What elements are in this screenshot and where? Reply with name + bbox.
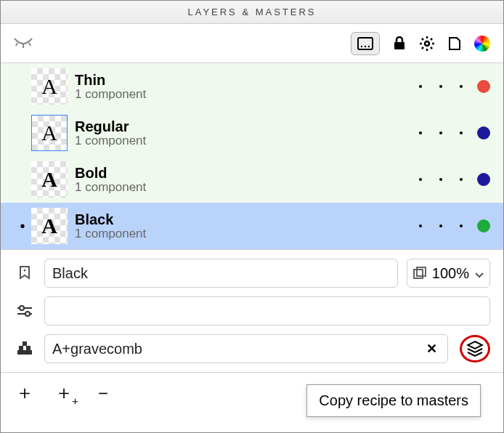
tooltip: Copy recipe to masters xyxy=(306,384,481,417)
page-icon[interactable] xyxy=(448,36,461,51)
status-dots xyxy=(419,224,463,227)
glyph-preview: A xyxy=(31,208,68,244)
scale-select[interactable]: 100% xyxy=(407,259,490,288)
svg-point-6 xyxy=(368,45,370,46)
remove-button[interactable]: － xyxy=(94,380,113,405)
svg-rect-25 xyxy=(19,346,23,350)
svg-rect-7 xyxy=(394,42,405,49)
scale-icon xyxy=(413,267,426,280)
svg-point-4 xyxy=(361,45,362,46)
lock-icon[interactable] xyxy=(393,36,406,51)
copy-recipe-button[interactable] xyxy=(460,335,490,363)
svg-line-2 xyxy=(29,43,31,46)
layer-info: Regular1 component xyxy=(75,118,419,148)
visibility-icon[interactable] xyxy=(14,38,33,49)
glyph-preview: A xyxy=(31,161,68,198)
layer-info: Black1 component xyxy=(75,211,419,241)
status-dots xyxy=(419,131,463,134)
tag-icon xyxy=(14,265,36,281)
svg-point-23 xyxy=(25,312,30,316)
layer-row[interactable]: ARegular1 component xyxy=(1,110,503,156)
layer-color-dot[interactable] xyxy=(477,173,490,186)
svg-line-16 xyxy=(431,38,432,39)
add-multiple-button[interactable]: ＋＋ xyxy=(54,380,73,405)
layer-subtitle: 1 component xyxy=(75,134,419,148)
layer-list: AThin1 componentARegular1 componentABold… xyxy=(1,63,503,249)
layer-name: Thin xyxy=(75,72,419,88)
clear-icon[interactable]: ✕ xyxy=(423,341,440,357)
glyph-preview: A xyxy=(31,68,68,105)
status-dots xyxy=(419,178,463,181)
status-dots xyxy=(419,85,463,88)
sliders-icon xyxy=(14,304,36,317)
master-name-input[interactable]: Black xyxy=(44,259,398,288)
svg-line-14 xyxy=(431,47,432,49)
svg-line-15 xyxy=(422,47,423,49)
recipe-icon xyxy=(14,341,36,356)
svg-rect-3 xyxy=(358,38,373,49)
svg-rect-18 xyxy=(414,270,423,278)
svg-point-17 xyxy=(24,270,26,272)
svg-point-5 xyxy=(365,45,366,46)
svg-line-0 xyxy=(16,43,17,46)
gear-icon[interactable] xyxy=(419,36,435,52)
layer-info: Thin1 component xyxy=(75,72,419,102)
glyph-preview: A xyxy=(31,115,68,151)
layer-color-dot[interactable] xyxy=(477,219,490,232)
layer-row[interactable]: ABold1 component xyxy=(1,156,503,203)
layer-name: Bold xyxy=(75,165,419,181)
toolbar xyxy=(1,24,503,63)
list-view-button[interactable] xyxy=(351,32,380,55)
layer-color-dot[interactable] xyxy=(477,80,490,93)
layer-color-dot[interactable] xyxy=(477,126,490,139)
color-icon[interactable] xyxy=(474,36,490,52)
active-indicator: • xyxy=(14,218,31,235)
svg-rect-19 xyxy=(417,267,426,276)
layer-subtitle: 1 component xyxy=(75,181,419,195)
svg-point-21 xyxy=(20,306,24,310)
layer-row[interactable]: AThin1 component xyxy=(1,63,503,110)
recipe-input[interactable]: A+gravecomb ✕ xyxy=(44,334,448,363)
add-button[interactable]: ＋ xyxy=(15,380,34,405)
layer-info: Bold1 component xyxy=(75,165,419,195)
svg-line-13 xyxy=(422,38,423,39)
layer-subtitle: 1 component xyxy=(75,227,419,241)
svg-rect-24 xyxy=(17,350,32,355)
transform-input[interactable] xyxy=(44,296,490,325)
controls-area: Black 100% A+gravecomb ✕ xyxy=(1,249,503,372)
layer-name: Black xyxy=(75,211,419,227)
panel-title: LAYERS & MASTERS xyxy=(1,1,503,24)
svg-point-8 xyxy=(425,41,429,46)
chevron-down-icon xyxy=(475,265,484,282)
svg-rect-26 xyxy=(26,346,31,350)
layers-icon xyxy=(466,340,484,357)
layer-row[interactable]: •ABlack1 component xyxy=(1,203,503,249)
svg-rect-27 xyxy=(23,341,27,346)
layer-name: Regular xyxy=(75,118,419,134)
layer-subtitle: 1 component xyxy=(75,88,419,102)
